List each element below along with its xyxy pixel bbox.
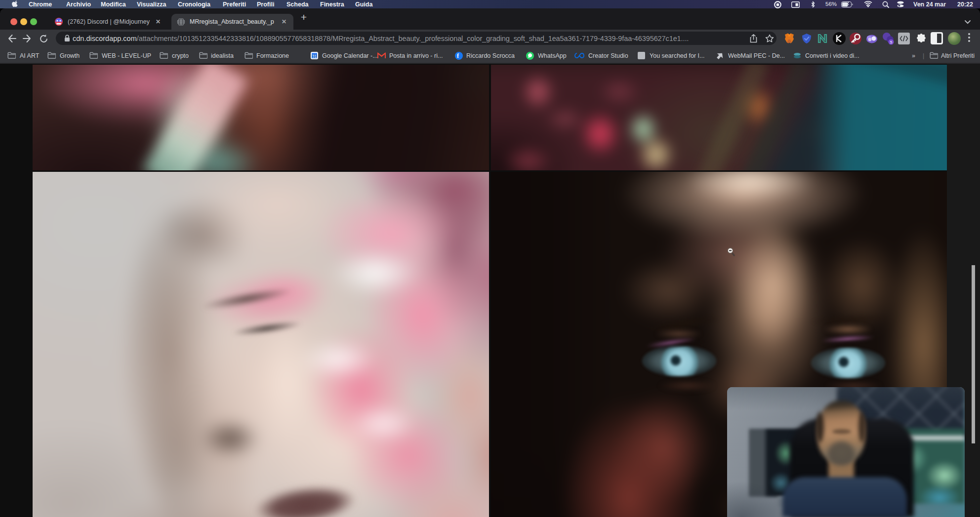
- svg-text:5: 5: [890, 40, 893, 44]
- svg-text:31: 31: [312, 54, 317, 59]
